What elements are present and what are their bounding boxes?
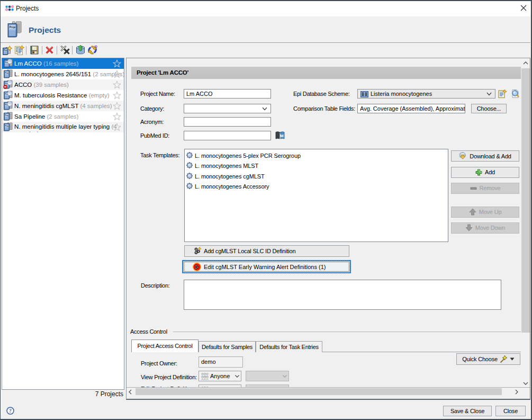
svg-text:?: ? xyxy=(9,408,12,414)
svg-text:M: M xyxy=(280,133,284,138)
svg-text:Proj: Proj xyxy=(4,49,7,51)
svg-text:Proje: Proje xyxy=(10,26,16,29)
svg-text:ID: ID xyxy=(95,45,97,48)
